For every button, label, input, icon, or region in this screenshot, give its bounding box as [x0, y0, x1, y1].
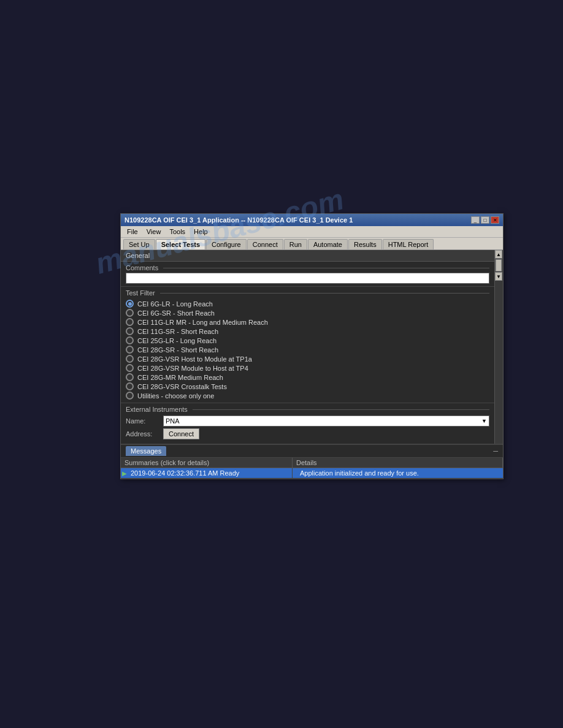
ext-name-label: Name:: [126, 417, 159, 425]
radio-cei25g-lr[interactable]: CEI 25G-LR - Long Reach: [126, 336, 489, 345]
radio-circle-cei11g-sr: [126, 327, 134, 335]
radio-circle-cei28g-vsr-module: [126, 364, 134, 372]
window-controls: _ □ ✕: [471, 216, 499, 224]
main-content-area: General Comments Test Filter CEI 6G-LR -…: [121, 250, 503, 444]
radio-label-cei28g-vsr-host: CEI 28G-VSR Host to Module at TP1a: [137, 355, 252, 363]
scroll-down-button[interactable]: ▼: [495, 272, 502, 281]
summaries-column-header: Summaries (click for details): [121, 458, 293, 468]
radio-label-cei25g-lr: CEI 25G-LR - Long Reach: [137, 337, 216, 344]
scroll-thumb[interactable]: [496, 259, 502, 271]
tab-connect[interactable]: Connect: [247, 239, 283, 249]
scroll-track: [495, 259, 502, 271]
menu-tools[interactable]: Tools: [166, 227, 189, 237]
messages-header: Messages ─: [121, 445, 503, 458]
radio-circle-cei11g-lr-mr: [126, 318, 134, 326]
radio-circle-cei28g-mr: [126, 373, 134, 381]
ext-name-row: Name: PNA ▼: [126, 415, 489, 427]
ext-name-select[interactable]: PNA ▼: [163, 415, 489, 427]
radio-label-cei6g-lr: CEI 6G-LR - Long Reach: [137, 300, 213, 308]
radio-utilities[interactable]: Utilities - choose only one: [126, 391, 489, 400]
radio-label-cei28g-vsr-module: CEI 28G-VSR Module to Host at TP4: [137, 365, 248, 372]
radio-cei6g-lr[interactable]: CEI 6G-LR - Long Reach: [126, 299, 489, 308]
right-scrollbar[interactable]: ▲ ▼: [494, 250, 503, 444]
dropdown-arrow-icon: ▼: [481, 418, 487, 424]
message-indicator-icon: ▶: [121, 469, 128, 478]
comments-section: Comments: [121, 262, 494, 287]
radio-circle-cei28g-sr: [126, 346, 134, 354]
menu-help[interactable]: Help: [190, 227, 212, 237]
radio-label-cei28g-sr: CEI 28G-SR - Short Reach: [137, 346, 218, 354]
radio-label-cei6g-sr: CEI 6G-SR - Short Reach: [137, 309, 215, 317]
tab-configure[interactable]: Configure: [206, 239, 247, 249]
comments-label: Comments: [126, 264, 489, 271]
window-title: N109228CA OIF CEI 3_1 Application -- N10…: [124, 216, 353, 224]
radio-cei28g-vsr-host[interactable]: CEI 28G-VSR Host to Module at TP1a: [126, 354, 489, 363]
scrollable-content: General Comments Test Filter CEI 6G-LR -…: [121, 250, 494, 444]
close-button[interactable]: ✕: [491, 216, 499, 224]
radio-cei11g-lr-mr[interactable]: CEI 11G-LR MR - Long and Medium Reach: [126, 317, 489, 327]
general-section-header: General: [121, 250, 494, 262]
messages-tab[interactable]: Messages: [126, 446, 166, 456]
tab-html-report[interactable]: HTML Report: [383, 239, 434, 249]
connect-button[interactable]: Connect: [163, 428, 199, 439]
message-row[interactable]: ▶ 2019-06-24 02:32:36.711 AM Ready Appli…: [121, 468, 503, 479]
radio-circle-cei6g-sr: [126, 309, 134, 317]
message-summary-text: 2019-06-24 02:32:36.711 AM Ready: [128, 468, 293, 478]
radio-label-cei11g-sr: CEI 11G-SR - Short Reach: [137, 328, 218, 335]
menu-bar: File View Tools Help: [121, 226, 503, 238]
radio-circle-cei25g-lr: [126, 336, 134, 344]
ext-name-value: PNA: [166, 417, 180, 425]
external-instruments-label: External Instruments: [126, 406, 489, 413]
messages-panel: Messages ─ Summaries (click for details)…: [121, 444, 503, 479]
radio-label-cei11g-lr-mr: CEI 11G-LR MR - Long and Medium Reach: [137, 319, 268, 326]
radio-cei11g-sr[interactable]: CEI 11G-SR - Short Reach: [126, 327, 489, 336]
radio-cei28g-sr[interactable]: CEI 28G-SR - Short Reach: [126, 345, 489, 354]
test-filter-section: Test Filter CEI 6G-LR - Long Reach CEI 6…: [121, 287, 494, 403]
comments-input[interactable]: [126, 273, 489, 284]
tab-select-tests[interactable]: Select Tests: [156, 239, 205, 249]
menu-file[interactable]: File: [123, 227, 142, 237]
radio-cei28g-vsr-xtalk[interactable]: CEI 28G-VSR Crosstalk Tests: [126, 382, 489, 391]
messages-table-header: Summaries (click for details) Details: [121, 458, 503, 468]
menu-view[interactable]: View: [143, 227, 165, 237]
ext-address-row: Address: Connect: [126, 428, 489, 439]
tab-results[interactable]: Results: [348, 239, 382, 249]
messages-panel-close[interactable]: ─: [493, 447, 498, 455]
title-bar: N109228CA OIF CEI 3_1 Application -- N10…: [121, 214, 503, 226]
scroll-up-button[interactable]: ▲: [495, 250, 502, 259]
radio-circle-utilities: [126, 392, 134, 400]
toolbar: Set Up Select Tests Configure Connect Ru…: [121, 238, 503, 250]
radio-circle-cei28g-vsr-xtalk: [126, 382, 134, 390]
message-detail-text: Application initialized and ready for us…: [297, 468, 503, 478]
radio-circle-cei6g-lr: [126, 300, 134, 308]
radio-cei6g-sr[interactable]: CEI 6G-SR - Short Reach: [126, 308, 489, 317]
tab-setup[interactable]: Set Up: [123, 239, 155, 249]
test-filter-label: Test Filter: [126, 289, 489, 297]
radio-cei28g-vsr-module[interactable]: CEI 28G-VSR Module to Host at TP4: [126, 363, 489, 373]
radio-label-utilities: Utilities - choose only one: [137, 392, 214, 400]
maximize-button[interactable]: □: [481, 216, 489, 224]
tab-automate[interactable]: Automate: [308, 239, 348, 249]
radio-cei28g-mr[interactable]: CEI 28G-MR Medium Reach: [126, 373, 489, 382]
ext-address-label: Address:: [126, 430, 159, 438]
tab-run[interactable]: Run: [284, 239, 307, 249]
external-instruments-section: External Instruments Name: PNA ▼ Address…: [121, 403, 494, 444]
radio-circle-cei28g-vsr-host: [126, 355, 134, 363]
details-column-header: Details: [293, 458, 503, 468]
main-window: N109228CA OIF CEI 3_1 Application -- N10…: [120, 213, 504, 479]
radio-label-cei28g-mr: CEI 28G-MR Medium Reach: [137, 374, 223, 381]
radio-label-cei28g-vsr-xtalk: CEI 28G-VSR Crosstalk Tests: [137, 383, 227, 390]
minimize-button[interactable]: _: [471, 216, 480, 224]
